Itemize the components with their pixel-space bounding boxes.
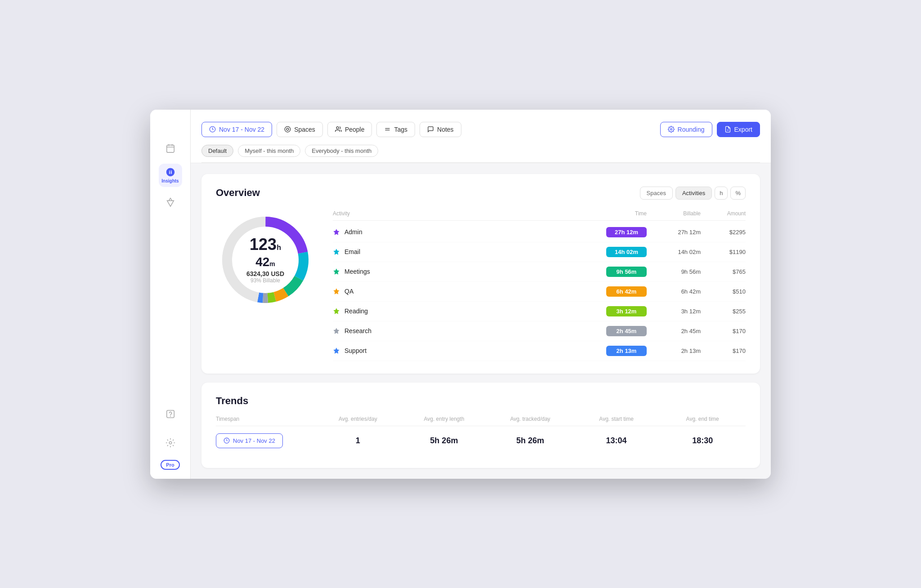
billable-time: 2h 45m bbox=[647, 328, 701, 334]
trends-data-row: Nov 17 - Nov 22 1 5h 26m 5h 26m 13:04 18… bbox=[216, 426, 746, 455]
svg-point-9 bbox=[286, 128, 289, 130]
col-avg-entry-length: Avg. entry length bbox=[401, 416, 487, 422]
time-badge: 6h 42m bbox=[606, 286, 647, 297]
billable-time: 14h 02m bbox=[647, 249, 701, 255]
sidebar-item-settings[interactable] bbox=[159, 431, 182, 454]
amount: $170 bbox=[701, 328, 746, 334]
col-avg-start: Avg. start time bbox=[573, 416, 660, 422]
trends-date-label: Nov 17 - Nov 22 bbox=[233, 437, 275, 444]
tags-button[interactable]: Tags bbox=[376, 122, 415, 137]
trends-avg-entry-length: 5h 26m bbox=[401, 436, 487, 445]
filter-tab-everybody[interactable]: Everybody - this month bbox=[305, 145, 378, 157]
amount: $2295 bbox=[701, 229, 746, 236]
people-button[interactable]: People bbox=[327, 122, 372, 137]
col-activity: Activity bbox=[333, 210, 584, 217]
export-label: Export bbox=[734, 126, 752, 133]
activity-name: Admin bbox=[333, 228, 584, 236]
spaces-label: Spaces bbox=[294, 126, 315, 133]
time-badge: 2h 13m bbox=[606, 346, 647, 356]
table-row: Support 2h 13m 2h 13m $170 bbox=[333, 341, 746, 361]
donut-hours-sub: h bbox=[277, 244, 281, 251]
amount: $765 bbox=[701, 268, 746, 275]
billable-time: 6h 42m bbox=[647, 288, 701, 295]
svg-point-10 bbox=[336, 127, 339, 129]
export-button[interactable]: Export bbox=[717, 122, 760, 137]
trends-avg-start: 13:04 bbox=[573, 436, 660, 445]
donut-mins-value: 42 bbox=[255, 255, 269, 269]
trends-avg-tracked: 5h 26m bbox=[487, 436, 573, 445]
col-avg-entries: Avg. entries/day bbox=[315, 416, 401, 422]
content-area: Overview Spaces Activities h % bbox=[191, 163, 771, 479]
spaces-button[interactable]: Spaces bbox=[277, 122, 323, 137]
svg-point-6 bbox=[169, 441, 172, 444]
activity-name: Research bbox=[333, 327, 584, 334]
amount: $170 bbox=[701, 347, 746, 354]
amount: $1190 bbox=[701, 249, 746, 255]
star-icon bbox=[333, 248, 340, 255]
clock-icon-trends bbox=[224, 437, 230, 444]
spaces-icon bbox=[284, 126, 291, 133]
amount: $510 bbox=[701, 288, 746, 295]
svg-point-8 bbox=[285, 126, 291, 132]
activity-name: Email bbox=[333, 248, 584, 255]
filter-tab-myself[interactable]: Myself - this month bbox=[238, 145, 300, 157]
filter-tab-default[interactable]: Default bbox=[201, 145, 233, 157]
trends-date-button[interactable]: Nov 17 - Nov 22 bbox=[216, 433, 283, 448]
activity-name: Reading bbox=[333, 307, 584, 315]
star-icon bbox=[333, 307, 340, 315]
billable-time: 27h 12m bbox=[647, 229, 701, 236]
col-avg-tracked: Avg. tracked/day bbox=[487, 416, 573, 422]
donut-billable: 93% Billable bbox=[241, 278, 290, 283]
time-badge: 3h 12m bbox=[606, 306, 647, 316]
sidebar-item-help[interactable] bbox=[159, 402, 182, 426]
col-timespan: Timespan bbox=[216, 416, 315, 422]
gear-icon bbox=[668, 126, 675, 133]
people-icon bbox=[335, 126, 342, 133]
toggle-percent[interactable]: % bbox=[730, 187, 746, 200]
activity-name: Meetings bbox=[333, 268, 584, 275]
overview-title: Overview bbox=[216, 187, 260, 199]
col-amount: Amount bbox=[701, 210, 746, 217]
tags-label: Tags bbox=[394, 126, 407, 133]
toggle-spaces[interactable]: Spaces bbox=[640, 187, 673, 200]
time-badge: 14h 02m bbox=[606, 247, 647, 257]
time-badge: 27h 12m bbox=[606, 227, 647, 237]
date-range-button[interactable]: Nov 17 - Nov 22 bbox=[201, 122, 272, 137]
star-icon bbox=[333, 327, 340, 334]
sidebar-item-calendar[interactable] bbox=[159, 137, 182, 160]
amount: $255 bbox=[701, 308, 746, 315]
activity-name: Support bbox=[333, 347, 584, 354]
col-avg-end: Avg. end time bbox=[659, 416, 746, 422]
sidebar-item-insights[interactable]: Insights bbox=[159, 164, 182, 187]
col-billable: Billable bbox=[647, 210, 701, 217]
pro-badge[interactable]: Pro bbox=[161, 460, 179, 470]
svg-point-13 bbox=[670, 129, 672, 130]
tags-icon bbox=[384, 126, 391, 133]
donut-chart: 123h 42m 6324,30 USD 93% Billable bbox=[216, 210, 315, 309]
toggle-activities[interactable]: Activities bbox=[675, 187, 712, 200]
clock-icon bbox=[209, 126, 216, 133]
rounding-button[interactable]: Rounding bbox=[660, 122, 712, 137]
trends-header: Timespan Avg. entries/day Avg. entry len… bbox=[216, 416, 746, 426]
star-icon bbox=[333, 347, 340, 354]
table-row: Reading 3h 12m 3h 12m $255 bbox=[333, 302, 746, 321]
sidebar-item-diamond[interactable] bbox=[159, 191, 182, 214]
billable-time: 3h 12m bbox=[647, 308, 701, 315]
toggle-hours[interactable]: h bbox=[715, 187, 728, 200]
export-icon bbox=[724, 126, 731, 133]
donut-hours-value: 123 bbox=[250, 235, 277, 254]
time-badge: 9h 56m bbox=[606, 267, 647, 277]
time-badge: 2h 45m bbox=[606, 326, 647, 336]
donut-usd: 6324,30 USD bbox=[241, 271, 290, 277]
table-row: Meetings 9h 56m 9h 56m $765 bbox=[333, 262, 746, 282]
activity-table: Activity Time Billable Amount Admin 27h … bbox=[333, 210, 746, 361]
notes-label: Notes bbox=[437, 126, 454, 133]
notes-button[interactable]: Notes bbox=[420, 122, 461, 137]
trends-avg-entries: 1 bbox=[315, 436, 401, 445]
table-row: Research 2h 45m 2h 45m $170 bbox=[333, 321, 746, 341]
sidebar: Insights Pro bbox=[150, 110, 191, 479]
billable-time: 2h 13m bbox=[647, 347, 701, 354]
svg-point-5 bbox=[170, 416, 170, 416]
star-icon bbox=[333, 268, 340, 275]
donut-mins-sub: m bbox=[269, 260, 275, 267]
